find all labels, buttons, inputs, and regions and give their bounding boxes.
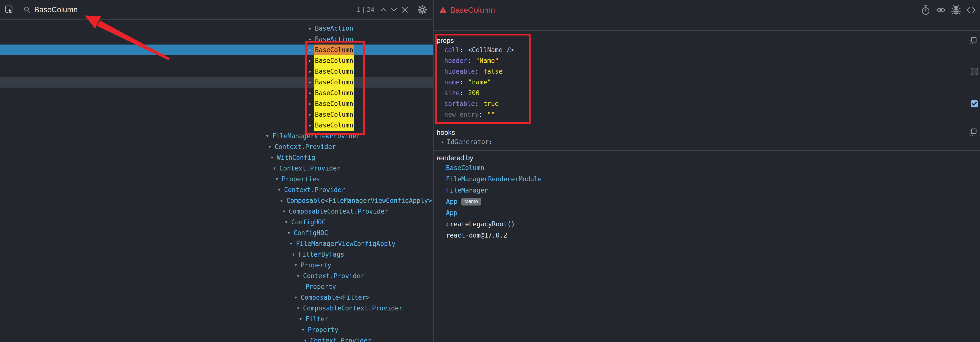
collapsed-arrow-icon[interactable]: ▸ xyxy=(307,120,313,130)
expanded-arrow-icon[interactable]: ▾ xyxy=(291,249,296,260)
owner-link[interactable]: FileManager xyxy=(446,187,488,194)
element-picker-button[interactable] xyxy=(5,5,14,15)
tree-row[interactable]: ▾ComposableContext.Provider xyxy=(0,303,433,313)
tree-row[interactable]: ▸BaseColumn xyxy=(0,77,433,87)
tree-row[interactable]: ▸BaseAction xyxy=(0,23,433,34)
tree-row[interactable]: ▾WithConfig xyxy=(0,152,433,163)
prop-key: new entry xyxy=(444,111,479,118)
prop-checkbox-checked[interactable] xyxy=(971,100,978,107)
tree-row[interactable]: ▾Context.Provider xyxy=(0,270,433,282)
tree-row[interactable]: ▾Property xyxy=(0,325,433,335)
tree-row[interactable]: ▸BaseColumn xyxy=(0,45,433,55)
tree-row[interactable]: ▸BaseColumn xyxy=(0,87,433,99)
tree-row[interactable]: Property xyxy=(0,282,433,292)
tree-row[interactable]: ▾FileManagerViewProvider xyxy=(0,130,433,142)
tree-row[interactable]: ▾Context.Provider xyxy=(0,163,433,174)
expanded-arrow-icon[interactable]: ▾ xyxy=(274,174,280,185)
tree-row[interactable]: ▸BaseColumn xyxy=(0,55,433,66)
inspect-dom-button[interactable] xyxy=(936,5,946,15)
tree-row[interactable]: ▾Context.Provider xyxy=(0,185,433,195)
expanded-arrow-icon[interactable]: ▾ xyxy=(269,152,275,163)
tree-row[interactable]: ▾Properties xyxy=(0,174,433,185)
tree-row[interactable]: ▾ComposableContext.Provider xyxy=(0,206,433,217)
collapsed-arrow-icon[interactable]: ▸ xyxy=(307,45,313,55)
prop-value[interactable]: true xyxy=(484,100,499,107)
prop-row: name:"name" xyxy=(434,77,980,87)
prop-colon: : xyxy=(460,78,464,86)
component-details-panel: BaseColumn xyxy=(434,0,980,342)
owner-link[interactable]: BaseColumn xyxy=(446,164,484,172)
owner-link[interactable]: FileManagerRendererModule xyxy=(446,175,542,183)
expanded-arrow-icon[interactable]: ▾ xyxy=(295,270,301,282)
collapsed-arrow-icon[interactable]: ▸ xyxy=(307,77,313,87)
expanded-arrow-icon[interactable]: ▾ xyxy=(279,195,285,206)
collapsed-arrow-icon[interactable]: ▸ xyxy=(307,34,313,45)
suspend-toggle-button[interactable] xyxy=(921,5,931,15)
view-source-button[interactable] xyxy=(966,5,976,15)
collapsed-arrow-icon[interactable]: ▸ xyxy=(307,87,313,99)
expanded-arrow-icon[interactable]: ▾ xyxy=(295,303,301,313)
tree-row[interactable]: ▸BaseColumn xyxy=(0,99,433,109)
tree-row[interactable]: ▸BaseColumn xyxy=(0,66,433,77)
prop-value[interactable]: "Name" xyxy=(476,57,499,64)
prop-value[interactable]: "" xyxy=(487,111,495,118)
component-name: BaseAction xyxy=(314,23,354,34)
settings-button[interactable] xyxy=(417,4,428,16)
expanded-arrow-icon[interactable]: ▾ xyxy=(267,142,273,152)
log-component-button[interactable] xyxy=(951,5,961,15)
expanded-arrow-icon[interactable]: ▾ xyxy=(286,227,292,238)
expanded-arrow-icon[interactable]: ▾ xyxy=(272,163,277,174)
tree-row[interactable]: ▾Context.Provider xyxy=(0,335,433,342)
tree-row[interactable]: ▸BaseColumn xyxy=(0,120,433,130)
expanded-arrow-icon[interactable]: ▾ xyxy=(264,130,270,142)
component-name: BaseAction xyxy=(314,34,354,45)
prop-value[interactable]: "name" xyxy=(468,78,491,86)
rendered-by-label: rendered by xyxy=(434,154,980,162)
collapsed-arrow-icon[interactable]: ▸ xyxy=(307,23,313,34)
tree-row[interactable]: ▸BaseColumn xyxy=(0,109,433,120)
component-name: FilterByTags xyxy=(298,249,345,260)
tree-row[interactable]: ▾FilterByTags xyxy=(0,249,433,260)
owner-link[interactable]: App xyxy=(446,209,458,216)
tree-row[interactable]: ▾Composable<Filter> xyxy=(0,292,433,303)
component-name: ConfigHOC xyxy=(293,227,329,238)
tree-row[interactable]: ▾ConfigHOC xyxy=(0,217,433,227)
expanded-arrow-icon[interactable]: ▾ xyxy=(302,335,308,342)
expanded-arrow-icon[interactable]: ▾ xyxy=(276,185,282,195)
hooks-list: ▸IdGenerator: xyxy=(434,137,980,147)
tree-row[interactable]: ▾Filter xyxy=(0,313,433,325)
tree-row[interactable]: ▾ConfigHOC xyxy=(0,227,433,238)
collapsed-arrow-icon[interactable]: ▸ xyxy=(307,99,313,109)
bug-icon xyxy=(951,5,961,15)
rendered-by-item: AppMemo xyxy=(434,196,980,207)
prop-value[interactable]: 200 xyxy=(468,89,479,97)
expanded-arrow-icon[interactable]: ▾ xyxy=(293,292,299,303)
tree-row[interactable]: ▾Property xyxy=(0,260,433,270)
collapsed-arrow-icon[interactable]: ▸ xyxy=(307,55,313,66)
expanded-arrow-icon[interactable]: ▾ xyxy=(288,238,294,249)
prop-value[interactable]: false xyxy=(484,68,503,75)
tree-row[interactable]: ▾Context.Provider xyxy=(0,142,433,152)
collapsed-arrow-icon[interactable]: ▸ xyxy=(440,137,446,147)
prop-value[interactable]: <CellName /> xyxy=(468,46,514,54)
previous-match-button[interactable] xyxy=(378,5,389,15)
prop-key: hideable xyxy=(444,68,475,75)
prop-checkbox-unchecked[interactable] xyxy=(971,68,978,75)
next-match-button[interactable] xyxy=(389,5,399,15)
expanded-arrow-icon[interactable]: ▾ xyxy=(283,217,289,227)
expanded-arrow-icon[interactable]: ▾ xyxy=(300,325,306,335)
copy-hooks-button[interactable] xyxy=(969,128,977,137)
clear-search-button[interactable] xyxy=(399,5,410,15)
collapsed-arrow-icon[interactable]: ▸ xyxy=(307,109,313,120)
expanded-arrow-icon[interactable]: ▾ xyxy=(281,206,287,217)
component-name: Properties xyxy=(281,174,321,185)
tree-row[interactable]: ▾FileManagerViewConfigApply xyxy=(0,238,433,249)
owner-link[interactable]: App xyxy=(446,198,458,205)
search-input[interactable] xyxy=(34,5,357,14)
tree-row[interactable]: ▾Composable<FileManagerViewConfigApply> xyxy=(0,195,433,206)
expanded-arrow-icon[interactable]: ▾ xyxy=(293,260,299,270)
collapsed-arrow-icon[interactable]: ▸ xyxy=(307,66,313,77)
tree-row[interactable]: ▸BaseAction xyxy=(0,34,433,45)
copy-props-button[interactable] xyxy=(969,37,977,45)
expanded-arrow-icon[interactable]: ▾ xyxy=(298,313,304,325)
